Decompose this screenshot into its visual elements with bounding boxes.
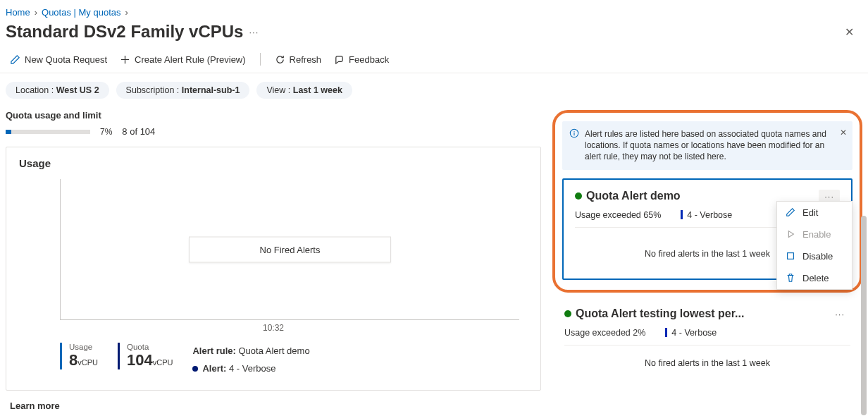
menu-delete[interactable]: Delete	[777, 267, 852, 289]
feedback-icon	[334, 54, 345, 65]
alert-rule-card[interactable]: Quota Alert demo ··· Usage exceeded 65% …	[562, 178, 852, 280]
stop-icon	[786, 251, 795, 261]
alert-card-more-button[interactable]: ···	[829, 307, 850, 321]
svg-rect-1	[788, 253, 794, 259]
refresh-icon	[275, 54, 285, 65]
usage-card: Usage No Fired Alerts 10:32 Usage 8vCPU …	[6, 147, 541, 391]
stat-quota: Quota 104vCPU	[118, 343, 173, 369]
close-blade-button[interactable]: ✕	[842, 23, 857, 42]
alert-no-fired-message: No fired alerts in the last 1 week	[564, 345, 850, 368]
breadcrumb-quotas[interactable]: Quotas | My quotas	[42, 7, 121, 18]
menu-disable[interactable]: Disable	[777, 245, 852, 267]
alert-severity: 4 - Verbose	[681, 210, 732, 220]
usage-chart: No Fired Alerts	[60, 179, 519, 320]
alert-rule-summary: Alert rule: Quota Alert demo Alert: 4 - …	[192, 343, 309, 377]
new-quota-request-button[interactable]: New Quota Request	[10, 54, 107, 65]
status-enabled-icon	[564, 310, 571, 317]
usage-card-title: Usage	[19, 157, 528, 169]
usage-bar-row: 7% 8 of 104	[6, 126, 541, 137]
alert-condition: Usage exceeded 2%	[564, 328, 645, 338]
refresh-button[interactable]: Refresh	[275, 54, 322, 65]
usage-section-title: Quota usage and limit	[6, 110, 541, 121]
info-banner: Alert rules are listed here based on ass…	[562, 121, 852, 170]
filter-location[interactable]: Location : West US 2	[6, 82, 109, 99]
alert-card-title: Quota Alert testing lowest per...	[576, 307, 744, 320]
severity-dot-icon	[192, 366, 198, 372]
edit-icon	[10, 54, 20, 65]
dismiss-banner-button[interactable]: ✕	[840, 127, 847, 138]
info-icon	[569, 128, 579, 138]
command-bar: New Quota Request Create Alert Rule (Pre…	[0, 49, 868, 73]
play-icon	[786, 229, 795, 239]
edit-icon	[786, 207, 795, 217]
status-enabled-icon	[575, 192, 582, 200]
scrollbar[interactable]	[861, 216, 867, 415]
learn-more-heading: Learn more	[6, 391, 541, 415]
filter-view[interactable]: View : Last 1 week	[256, 82, 352, 99]
usage-progress-bar	[6, 130, 90, 134]
alert-card-title: Quota Alert demo	[586, 190, 681, 202]
no-fired-alerts-message: No Fired Alerts	[189, 236, 392, 262]
menu-edit[interactable]: Edit	[777, 202, 852, 224]
alert-rule-card[interactable]: Quota Alert testing lowest per... ··· Us…	[552, 302, 862, 381]
alert-severity: 4 - Verbose	[665, 328, 717, 338]
trash-icon	[786, 273, 795, 283]
usage-percent: 7%	[100, 127, 112, 137]
separator	[260, 53, 261, 66]
menu-enable: Enable	[777, 224, 852, 245]
plus-icon	[120, 54, 130, 65]
chart-time-axis-label: 10:32	[19, 323, 528, 333]
page-title: Standard DSv2 Family vCPUs	[6, 22, 243, 42]
stat-usage: Usage 8vCPU	[60, 343, 98, 369]
create-alert-rule-button[interactable]: Create Alert Rule (Preview)	[120, 54, 246, 65]
title-more-actions[interactable]: ···	[249, 27, 259, 37]
filter-bar: Location : West US 2 Subscription : Inte…	[0, 73, 868, 110]
feedback-button[interactable]: Feedback	[334, 54, 389, 65]
chevron-right-icon: ›	[125, 7, 128, 18]
alert-context-menu: Edit Enable Disable Delete	[776, 201, 852, 290]
usage-detail: 8 of 104	[122, 126, 155, 137]
filter-subscription[interactable]: Subscription : Internal-sub-1	[116, 82, 250, 99]
callout-highlight: Alert rules are listed here based on ass…	[552, 110, 862, 293]
breadcrumb: Home › Quotas | My quotas ›	[0, 0, 868, 19]
breadcrumb-home[interactable]: Home	[6, 7, 30, 18]
chevron-right-icon: ›	[35, 7, 37, 18]
alert-condition: Usage exceeded 65%	[575, 210, 661, 220]
